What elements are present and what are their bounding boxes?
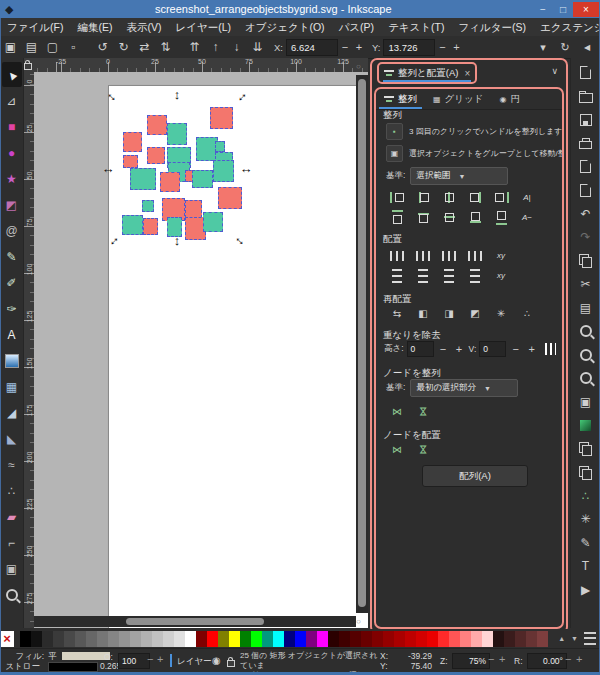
palette-swatch[interactable] (460, 631, 471, 647)
rotation-field[interactable]: 0.00° (527, 653, 567, 669)
opacity-minus-button[interactable]: − (147, 653, 153, 665)
palette-swatch[interactable] (262, 631, 273, 647)
align-left-to-anchor-right-icon[interactable] (488, 189, 514, 206)
distribute-equal-gaps-v-icon[interactable] (462, 267, 488, 284)
align-nodes-relative-select[interactable]: 最初の選択部分 ▼ (410, 379, 518, 397)
palette-swatch[interactable] (207, 631, 218, 647)
zoom-page-icon[interactable] (575, 367, 597, 391)
fill-stroke-icon[interactable] (575, 414, 597, 438)
text-anchor-horizontal-icon[interactable]: A| (514, 189, 540, 206)
center-vertical-axis-icon[interactable] (436, 189, 462, 206)
move-as-group-toggle-icon[interactable]: ▣ (386, 145, 403, 162)
palette-swatch[interactable] (108, 631, 119, 647)
tweak-tool[interactable]: ≈ (2, 452, 22, 477)
palette-swatch[interactable] (141, 631, 152, 647)
palette-swatch[interactable] (64, 631, 75, 647)
palette-swatch[interactable] (119, 631, 130, 647)
mesh-tool[interactable]: ▦ (2, 374, 22, 399)
dock-menu-chevron-icon[interactable]: ∨ (551, 66, 558, 76)
palette-scroll-down-icon[interactable]: ▼ (571, 635, 578, 642)
palette-swatch[interactable] (218, 631, 229, 647)
rotate-ccw-icon[interactable]: ↺ (92, 37, 113, 57)
node-tool[interactable]: ⊿ (2, 88, 22, 113)
connector-tool[interactable]: ⌐ (2, 530, 22, 555)
overlap-h-field[interactable]: 0 (407, 341, 434, 357)
menu-object[interactable]: オブジェクト(O) (238, 18, 332, 36)
palette-swatch[interactable] (20, 631, 31, 647)
distribute-top-edges-icon[interactable] (384, 267, 410, 284)
select-same-icon[interactable]: ∴ (575, 484, 597, 508)
palette-swatch[interactable] (251, 631, 262, 647)
palette-swatch[interactable] (339, 631, 350, 647)
ungroup-icon[interactable] (575, 461, 597, 485)
spray-tool[interactable]: ∴ (2, 478, 22, 503)
y-field[interactable]: 13.726 (383, 39, 435, 56)
export-icon[interactable] (575, 179, 597, 203)
rectangle-tool[interactable]: ■ (2, 114, 22, 139)
y-plus-button[interactable]: + (449, 41, 463, 53)
zoom-minus-button[interactable]: − (488, 653, 494, 665)
dock-close-icon[interactable]: × (464, 68, 470, 79)
paste-icon[interactable]: ▤ (575, 296, 597, 320)
palette-swatch[interactable] (130, 631, 141, 647)
eraser-tool[interactable]: ▰ (2, 504, 22, 529)
ruler-lock-icon[interactable] (24, 63, 32, 70)
zoom-field[interactable]: 75% (452, 653, 490, 669)
spiral-tool[interactable]: @ (2, 218, 22, 243)
redo-icon[interactable]: ↷ (575, 226, 597, 250)
align-handles-toggle-icon[interactable]: ▪ (386, 123, 403, 140)
distribute-left-edges-icon[interactable] (384, 247, 410, 264)
pencil-edit-icon[interactable]: ✎ (575, 531, 597, 555)
randomize-positions-icon[interactable]: ✳ (488, 305, 514, 322)
close-button[interactable]: × (573, 2, 599, 17)
unclump-icon[interactable]: ∴ (514, 305, 540, 322)
menu-path[interactable]: パス(P) (332, 18, 382, 36)
ellipse-tool[interactable]: ● (2, 140, 22, 165)
palette-swatch[interactable] (295, 631, 306, 647)
document-new-icon[interactable] (575, 61, 597, 85)
align-bottom-to-anchor-top-icon[interactable] (384, 209, 410, 226)
x-minus-button[interactable]: − (338, 41, 352, 53)
stroke-swatch[interactable] (48, 662, 98, 672)
dropper-tool[interactable]: ◢ (2, 400, 22, 425)
layer-visibility-icon[interactable]: ◉ (212, 655, 221, 666)
exchange-stacking-order-icon[interactable]: ◨ (436, 305, 462, 322)
import-icon[interactable] (575, 155, 597, 179)
palette-swatch[interactable] (163, 631, 174, 647)
distribute-nodes-horizontal-icon[interactable]: ⋈ (384, 441, 410, 458)
palette-swatch[interactable] (482, 631, 493, 647)
canvas[interactable] (34, 72, 368, 628)
menu-layer[interactable]: レイヤー(L) (168, 18, 238, 36)
horizontal-ruler[interactable]: -250255075100125 (34, 58, 368, 73)
dock-tab-align-distribute[interactable]: 整列と配置(A) × (377, 62, 477, 84)
group-icon[interactable] (575, 437, 597, 461)
exchange-clockwise-icon[interactable]: ◩ (462, 305, 488, 322)
palette-swatch[interactable] (317, 631, 328, 647)
palette-swatch[interactable] (97, 631, 108, 647)
zoom-selection-icon[interactable] (575, 320, 597, 344)
flip-vertical-icon[interactable]: ⇅ (155, 37, 176, 57)
menu-filters[interactable]: フィルター(S) (452, 18, 533, 36)
palette-swatch[interactable] (196, 631, 207, 647)
align-right-edges-icon[interactable] (462, 189, 488, 206)
select-all-icon[interactable]: ▣ (0, 37, 21, 57)
no-color-swatch[interactable]: × (0, 631, 14, 647)
relative-to-select[interactable]: 選択範囲 ▼ (410, 167, 508, 185)
palette-swatch[interactable] (240, 631, 251, 647)
scroll-corner-top-button[interactable]: ○ (356, 62, 361, 71)
align-bottom-edges-icon[interactable] (462, 209, 488, 226)
palette-menu-icon[interactable] (584, 632, 596, 645)
menu-edit[interactable]: 編集(E) (70, 18, 119, 36)
pencil-tool[interactable]: ✎ (2, 244, 22, 269)
palette-swatch[interactable] (383, 631, 394, 647)
distribute-text-h-icon[interactable]: xy (488, 247, 514, 264)
palette-swatch[interactable] (526, 631, 537, 647)
palette-swatch[interactable] (31, 631, 42, 647)
rotation-plus-button[interactable]: + (576, 653, 582, 665)
palette-swatch[interactable] (152, 631, 163, 647)
palette-swatch[interactable] (273, 631, 284, 647)
arrange-apply-button[interactable]: 配列(A) (422, 465, 528, 487)
palette-swatch[interactable] (350, 631, 361, 647)
preferences-icon[interactable]: ✳ (575, 508, 597, 532)
palette-swatch[interactable] (515, 631, 526, 647)
